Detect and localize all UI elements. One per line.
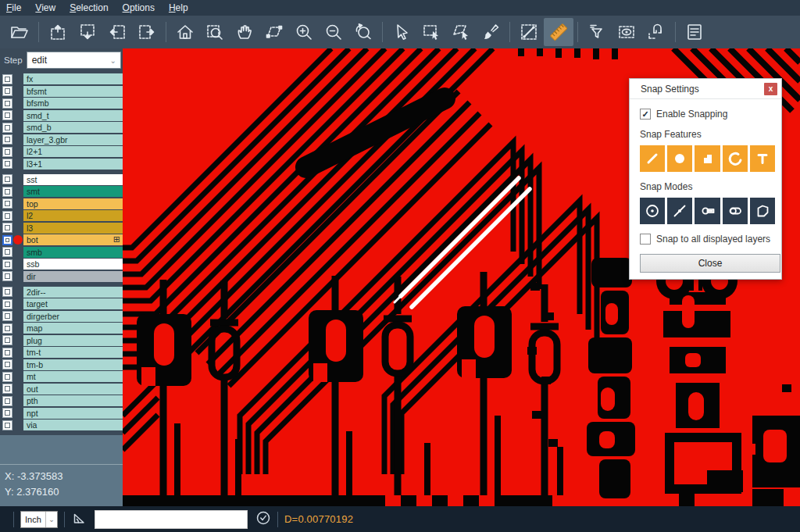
layer-row[interactable]: plug — [0, 335, 123, 346]
layer-visibility-checkbox[interactable] — [2, 384, 12, 394]
layer-visibility-checkbox[interactable] — [2, 323, 12, 334]
layer-visibility-checkbox[interactable] — [2, 348, 12, 358]
zoom-polygon-button[interactable] — [259, 18, 289, 46]
pan-hand-button[interactable] — [230, 18, 259, 46]
view-options-button[interactable] — [612, 18, 641, 46]
layer-name[interactable]: l2+1 — [23, 146, 123, 157]
layer-row[interactable]: pth — [0, 395, 123, 406]
layer-row[interactable]: dir — [0, 271, 123, 282]
layer-name[interactable]: tm-t — [23, 347, 123, 358]
layer-visibility-checkbox[interactable] — [2, 86, 12, 96]
layer-name[interactable]: bfsmb — [23, 98, 123, 109]
filter-button[interactable] — [582, 18, 612, 46]
layer-visibility-checkbox[interactable] — [2, 420, 12, 430]
layer-name[interactable]: tm-b — [23, 359, 123, 370]
layer-row[interactable]: mt — [0, 371, 123, 382]
layer-row[interactable]: l3 — [0, 223, 123, 234]
snap-settings-button[interactable] — [641, 18, 671, 46]
layer-row[interactable]: smd_b — [0, 122, 123, 133]
menu-selection[interactable]: Selection — [62, 2, 115, 13]
layer-visibility-checkbox[interactable] — [2, 98, 12, 109]
layer-row[interactable]: l3+1 — [0, 159, 123, 170]
layer-visibility-checkbox[interactable] — [2, 211, 12, 221]
layer-row[interactable]: top — [0, 198, 123, 209]
report-button[interactable] — [680, 18, 709, 46]
layer-name[interactable]: bot⊞ — [23, 234, 123, 245]
layer-visibility-checkbox[interactable] — [2, 110, 12, 120]
layer-row[interactable]: 2dir-- — [0, 287, 123, 298]
pan-right-button[interactable] — [132, 18, 162, 46]
layer-visibility-checkbox[interactable] — [2, 396, 12, 406]
layer-name[interactable]: fx — [23, 73, 123, 84]
layer-visibility-checkbox[interactable] — [2, 408, 12, 418]
layer-row[interactable]: ssb — [0, 259, 123, 270]
layer-name[interactable]: plug — [23, 335, 123, 346]
layer-visibility-checkbox[interactable] — [2, 247, 12, 257]
layer-visibility-checkbox[interactable] — [2, 287, 12, 297]
layer-visibility-checkbox[interactable] — [2, 74, 12, 84]
menu-options[interactable]: Options — [116, 2, 162, 13]
unit-select[interactable]: Inch ⌄ — [20, 511, 58, 528]
pan-up-button[interactable] — [43, 18, 73, 46]
snap-feature-arc-button[interactable] — [723, 145, 748, 172]
layer-visibility-checkbox[interactable] — [2, 198, 12, 209]
layer-name[interactable]: dir — [23, 271, 123, 282]
snap-mode-line-point-button[interactable] — [667, 198, 692, 224]
layer-name[interactable]: bfsmt — [23, 86, 123, 97]
layer-visibility-checkbox[interactable] — [2, 223, 12, 233]
layer-name[interactable]: mt — [23, 371, 123, 382]
select-arrow-button[interactable] — [387, 18, 416, 46]
zoom-window-button[interactable] — [200, 18, 230, 46]
snap-mode-pad-entry-filled-button[interactable] — [695, 198, 720, 224]
layer-name[interactable]: smd_t — [23, 110, 123, 121]
layer-visibility-checkbox[interactable] — [2, 359, 12, 370]
dialog-title-bar[interactable]: Snap Settings x — [630, 79, 781, 99]
layer-visibility-checkbox[interactable] — [2, 174, 12, 184]
snap-mode-pad-entry-button[interactable] — [723, 198, 748, 224]
layer-row[interactable]: bfsmt — [0, 86, 123, 97]
layer-visibility-checkbox[interactable] — [2, 187, 12, 197]
zoom-home-button[interactable] — [170, 18, 200, 46]
angle-measure-button[interactable] — [71, 510, 87, 529]
zoom-previous-button[interactable] — [348, 18, 378, 46]
layer-row[interactable]: smt — [0, 186, 123, 197]
layer-visibility-checkbox[interactable] — [2, 271, 12, 281]
snap-feature-surface-button[interactable] — [695, 145, 720, 172]
layer-row[interactable]: smd_t — [0, 110, 123, 121]
layer-row[interactable]: tm-t — [0, 347, 123, 358]
open-file-button[interactable] — [5, 18, 34, 46]
layer-row[interactable]: out — [0, 384, 123, 395]
layer-name[interactable]: l3+1 — [23, 159, 123, 170]
snap-all-layers-checkbox[interactable] — [640, 234, 651, 245]
snap-mode-center-button[interactable] — [640, 198, 665, 224]
menu-view[interactable]: View — [28, 2, 62, 13]
layer-visibility-checkbox[interactable] — [2, 335, 12, 345]
layer-row[interactable]: npt — [0, 408, 123, 419]
layer-visibility-checkbox[interactable] — [2, 372, 12, 382]
layer-name[interactable]: l3 — [23, 223, 123, 234]
layer-row[interactable]: target — [0, 298, 123, 309]
layer-visibility-checkbox[interactable] — [2, 259, 12, 270]
layer-name[interactable]: smd_b — [23, 122, 123, 133]
layer-visibility-checkbox[interactable] — [2, 123, 12, 133]
layer-name[interactable]: l2 — [23, 210, 123, 221]
select-rectangle-button[interactable] — [416, 18, 446, 46]
layer-row[interactable]: map — [0, 323, 123, 334]
layer-name[interactable]: smb — [23, 247, 123, 258]
layer-name[interactable]: ssb — [23, 259, 123, 270]
layer-row[interactable]: l2+1 — [0, 146, 123, 157]
menu-help[interactable]: Help — [162, 2, 195, 13]
layer-row[interactable]: smb — [0, 247, 123, 258]
layer-row[interactable]: dirgerber — [0, 311, 123, 322]
menu-file[interactable]: File — [6, 2, 28, 13]
zoom-out-button[interactable] — [319, 18, 348, 46]
select-polygon-button[interactable] — [446, 18, 476, 46]
layer-grid-icon[interactable]: ⊞ — [113, 234, 120, 245]
layer-visibility-checkbox[interactable] — [2, 147, 12, 157]
layer-visibility-checkbox[interactable] — [2, 299, 12, 309]
layer-name[interactable]: top — [23, 198, 123, 209]
layer-visibility-checkbox[interactable] — [2, 159, 12, 169]
layer-name[interactable]: dirgerber — [23, 311, 123, 322]
measure-line-button[interactable] — [514, 18, 544, 46]
layer-row[interactable]: layer_3.gbr — [0, 134, 123, 145]
